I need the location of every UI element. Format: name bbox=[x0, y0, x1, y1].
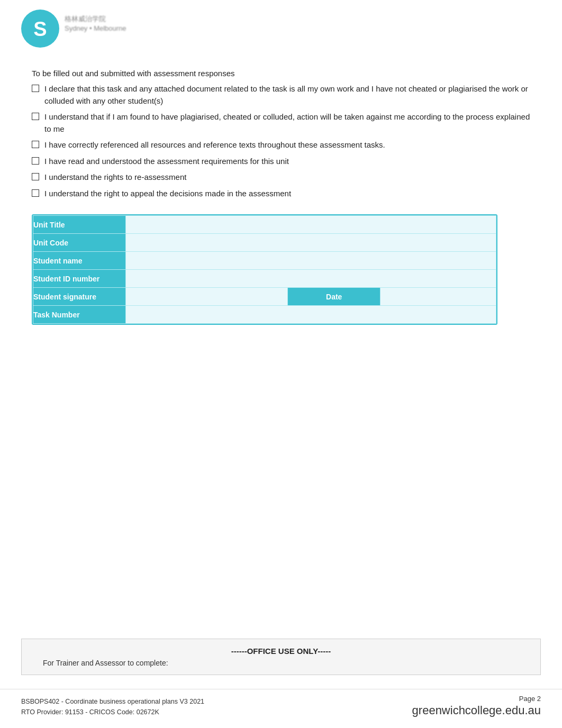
header: S 格林威治学院 Sydney • Melbourne bbox=[0, 0, 562, 53]
declaration-item-4: I have read and understood the assessmen… bbox=[32, 156, 530, 168]
declaration-item-3: I have correctly referenced all resource… bbox=[32, 139, 530, 151]
footer-line1: BSBOPS402 - Coordinate business operatio… bbox=[21, 696, 204, 707]
checkbox-1[interactable] bbox=[32, 85, 39, 92]
declaration-item-1: I declare that this task and any attache… bbox=[32, 83, 530, 107]
office-use-subtitle: For Trainer and Assessor to complete: bbox=[43, 659, 519, 667]
date-label: Date bbox=[288, 288, 380, 306]
unit-code-input[interactable] bbox=[126, 234, 496, 252]
declaration-text-1: I declare that this task and any attache… bbox=[44, 83, 530, 107]
unit-title-input[interactable] bbox=[126, 216, 496, 234]
unit-title-label: Unit Title bbox=[33, 216, 126, 234]
date-input[interactable] bbox=[380, 288, 496, 306]
footer-brand: greenwichcollege.edu.au bbox=[412, 704, 541, 717]
declaration-item-2: I understand that if I am found to have … bbox=[32, 111, 530, 135]
form-row-unit-title: Unit Title bbox=[33, 216, 496, 234]
declaration-text-2: I understand that if I am found to have … bbox=[44, 111, 530, 135]
declaration-text-5: I understand the rights to re-assessment bbox=[44, 171, 186, 184]
declaration-item-6: I understand the right to appeal the dec… bbox=[32, 188, 530, 200]
form-row-unit-code: Unit Code bbox=[33, 234, 496, 252]
checkbox-2[interactable] bbox=[32, 113, 39, 120]
footer: BSBOPS402 - Coordinate business operatio… bbox=[0, 689, 562, 717]
footer-brand-bold: greenwichcollege bbox=[412, 704, 502, 717]
footer-left: BSBOPS402 - Coordinate business operatio… bbox=[21, 696, 204, 717]
form-row-signature: Student signature Date bbox=[33, 288, 496, 306]
svg-text:S: S bbox=[33, 18, 47, 40]
logo-area: S 格林威治学院 Sydney • Melbourne bbox=[21, 10, 126, 48]
student-signature-input[interactable] bbox=[126, 288, 288, 306]
checkbox-3[interactable] bbox=[32, 141, 39, 148]
form-row-task-number: Task Number bbox=[33, 306, 496, 324]
page-container: S 格林威治学院 Sydney • Melbourne To be filled… bbox=[0, 0, 562, 728]
form-table: Unit Title Unit Code Student name bbox=[33, 215, 496, 324]
checkbox-4[interactable] bbox=[32, 157, 39, 165]
checkbox-5[interactable] bbox=[32, 173, 39, 180]
office-use-box: ------OFFICE USE ONLY----- For Trainer a… bbox=[21, 639, 541, 675]
form-row-student-id: Student ID number bbox=[33, 270, 496, 288]
logo-text-block: 格林威治学院 Sydney • Melbourne bbox=[65, 14, 126, 43]
student-name-label: Student name bbox=[33, 252, 126, 270]
student-signature-label: Student signature bbox=[33, 288, 126, 306]
form-table-wrapper: Unit Title Unit Code Student name bbox=[32, 214, 497, 325]
student-id-label: Student ID number bbox=[33, 270, 126, 288]
declaration-text-4: I have read and understood the assessmen… bbox=[44, 156, 289, 168]
student-id-input[interactable] bbox=[126, 270, 496, 288]
office-use-title: ------OFFICE USE ONLY----- bbox=[43, 647, 519, 656]
main-content: To be filled out and submitted with asse… bbox=[0, 53, 562, 351]
task-number-input[interactable] bbox=[126, 306, 496, 324]
logo-text-lines: 格林威治学院 Sydney • Melbourne bbox=[65, 14, 126, 43]
intro-text: To be filled out and submitted with asse… bbox=[32, 69, 530, 78]
footer-line2: RTO Provider: 91153 - CRICOS Code: 02672… bbox=[21, 707, 204, 717]
footer-brand-normal: .edu.au bbox=[502, 704, 541, 717]
declaration-item-5: I understand the rights to re-assessment bbox=[32, 171, 530, 184]
declaration-list: I declare that this task and any attache… bbox=[32, 83, 530, 199]
college-logo-icon: S bbox=[21, 10, 59, 48]
footer-right: Page 2 greenwichcollege.edu.au bbox=[412, 695, 541, 717]
checkbox-6[interactable] bbox=[32, 189, 39, 197]
footer-page: Page 2 bbox=[412, 695, 541, 703]
declaration-text-6: I understand the right to appeal the dec… bbox=[44, 188, 291, 200]
unit-code-label: Unit Code bbox=[33, 234, 126, 252]
form-row-student-name: Student name bbox=[33, 252, 496, 270]
declaration-text-3: I have correctly referenced all resource… bbox=[44, 139, 385, 151]
task-number-label: Task Number bbox=[33, 306, 126, 324]
student-name-input[interactable] bbox=[126, 252, 496, 270]
